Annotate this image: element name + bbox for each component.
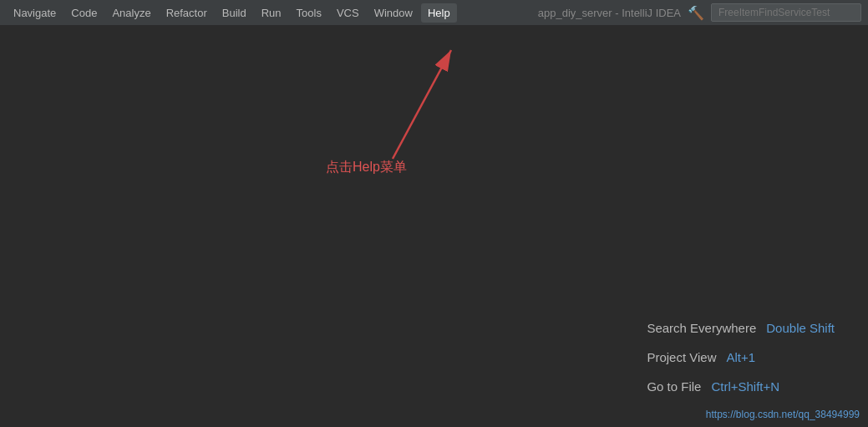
goto-file-label: Go to File xyxy=(647,379,701,394)
info-row-goto: Go to File Ctrl+Shift+N xyxy=(647,379,835,394)
arrow-svg xyxy=(284,42,468,175)
search-everywhere-label: Search Everywhere xyxy=(647,321,756,335)
search-everywhere-shortcut: Double Shift xyxy=(766,321,835,335)
menu-item-tools[interactable]: Tools xyxy=(290,3,328,23)
menu-item-build[interactable]: Build xyxy=(216,3,253,23)
app-title: app_diy_server - IntelliJ IDEA xyxy=(538,7,681,19)
search-input[interactable] xyxy=(711,3,861,22)
info-row-project: Project View Alt+1 xyxy=(647,350,835,364)
info-panel: Search Everywhere Double Shift Project V… xyxy=(647,321,835,394)
arrow-annotation: 点击Help菜单 xyxy=(284,42,485,192)
url-bar: https://blog.csdn.net/qq_38494999 xyxy=(706,409,860,420)
hammer-icon: 🔨 xyxy=(688,5,704,21)
main-content: 点击Help菜单 Search Everywhere Double Shift … xyxy=(0,25,868,427)
menu-item-refactor[interactable]: Refactor xyxy=(160,3,214,23)
menubar: Navigate Code Analyze Refactor Build Run… xyxy=(0,0,868,25)
info-row-search: Search Everywhere Double Shift xyxy=(647,321,835,335)
project-view-label: Project View xyxy=(647,350,716,364)
menu-item-help[interactable]: Help xyxy=(421,3,457,23)
menu-item-analyze[interactable]: Analyze xyxy=(105,3,157,23)
svg-line-1 xyxy=(393,50,451,159)
annotation-text: 点击Help菜单 xyxy=(326,159,407,176)
title-bar-right: app_diy_server - IntelliJ IDEA 🔨 xyxy=(538,3,861,22)
menu-item-vcs[interactable]: VCS xyxy=(330,3,366,23)
menu-item-run[interactable]: Run xyxy=(255,3,288,23)
menu-item-window[interactable]: Window xyxy=(368,3,419,23)
menu-item-code[interactable]: Code xyxy=(64,3,104,23)
project-view-shortcut: Alt+1 xyxy=(726,350,755,364)
goto-file-shortcut: Ctrl+Shift+N xyxy=(711,379,779,394)
menu-item-navigate[interactable]: Navigate xyxy=(7,3,63,23)
